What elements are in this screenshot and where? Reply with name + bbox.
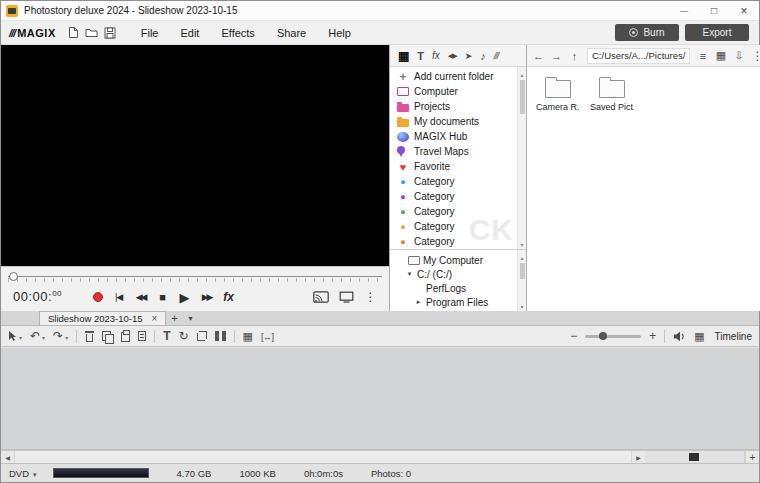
delete-button[interactable] <box>85 331 94 342</box>
preview-fx-button[interactable]: fx <box>222 290 235 304</box>
browser-menu-icon[interactable] <box>751 49 760 63</box>
seek-handle[interactable] <box>9 272 18 281</box>
zoom-slider-handle[interactable] <box>599 332 607 340</box>
seek-bar[interactable] <box>8 270 382 284</box>
path-bar[interactable]: C:/Users/A.../Pictures/ <box>587 48 690 64</box>
expander-icon[interactable] <box>414 298 423 306</box>
tree-item-projects[interactable]: Projects <box>390 99 516 114</box>
scroll-track[interactable] <box>14 451 632 463</box>
import-icon[interactable] <box>733 50 744 61</box>
transitions-icon[interactable] <box>448 52 457 60</box>
scroll-up-icon[interactable] <box>520 250 523 262</box>
scroll-down-icon[interactable] <box>520 299 523 311</box>
redo-button[interactable] <box>53 329 68 343</box>
view-mode-button[interactable] <box>694 330 704 343</box>
tree-item-add-current-folder[interactable]: Add current folder <box>390 69 516 84</box>
music-icon[interactable] <box>480 50 486 62</box>
target-format-select[interactable]: DVD <box>9 468 37 479</box>
tree-scrollbar[interactable] <box>517 67 526 249</box>
rewind-button[interactable] <box>134 292 147 302</box>
zoom-out-button[interactable] <box>570 329 577 343</box>
effects-icon[interactable] <box>432 50 440 61</box>
timeline-zoom-in-button[interactable] <box>745 451 759 463</box>
crop-button[interactable] <box>197 331 207 341</box>
timeline-zoom-handle[interactable] <box>689 453 699 461</box>
timeline-zoom-track[interactable] <box>645 451 745 463</box>
tree-item-category[interactable]: Category <box>390 189 516 204</box>
cast-icon[interactable] <box>313 291 329 303</box>
stop-button[interactable] <box>156 291 169 303</box>
duplicate-button[interactable] <box>138 331 146 341</box>
export-button[interactable]: Export <box>685 24 749 41</box>
paste-button[interactable] <box>121 331 130 342</box>
tree-item-computer[interactable]: Computer <box>390 84 516 99</box>
undo-button[interactable] <box>30 329 45 343</box>
scroll-up-icon[interactable] <box>520 67 523 79</box>
scroll-left-icon[interactable] <box>1 451 14 463</box>
burn-button[interactable]: Burn <box>615 24 679 41</box>
fast-forward-button[interactable] <box>200 292 213 302</box>
scroll-thumb[interactable] <box>520 263 525 279</box>
zoom-in-button[interactable] <box>649 329 656 343</box>
menu-help[interactable]: Help <box>317 27 362 39</box>
open-project-icon[interactable] <box>85 27 98 38</box>
expander-icon[interactable] <box>405 270 414 278</box>
pointer-icon[interactable] <box>465 51 473 61</box>
tree-item-category[interactable]: Category <box>390 234 516 249</box>
copy-button[interactable] <box>102 331 113 342</box>
tree-item-category[interactable]: Category <box>390 174 516 189</box>
grid-button[interactable] <box>243 330 253 343</box>
up-icon[interactable] <box>569 50 580 62</box>
scroll-down-icon[interactable] <box>520 237 523 249</box>
play-button[interactable] <box>178 290 191 305</box>
back-icon[interactable] <box>533 50 544 62</box>
forward-icon[interactable] <box>551 50 562 62</box>
transport-menu-icon[interactable] <box>364 290 377 304</box>
record-button[interactable] <box>93 292 103 302</box>
fullscreen-monitor-icon[interactable] <box>339 291 354 303</box>
menu-effects[interactable]: Effects <box>210 27 265 39</box>
tree-item-category[interactable]: Category <box>390 204 516 219</box>
zoom-slider[interactable] <box>585 335 641 338</box>
scroll-right-icon[interactable] <box>632 451 645 463</box>
video-preview[interactable] <box>1 45 389 266</box>
mouse-mode-button[interactable] <box>8 330 22 342</box>
split-button[interactable] <box>215 331 226 341</box>
mode-label[interactable]: Timeline <box>715 331 752 342</box>
mixer-icon[interactable] <box>494 51 499 61</box>
audio-button[interactable] <box>673 331 686 342</box>
rotate-button[interactable] <box>179 329 189 343</box>
title-editor-button[interactable] <box>163 329 170 343</box>
tree-item-category[interactable]: Category <box>390 219 516 234</box>
media-grid-icon[interactable] <box>398 49 409 63</box>
tree-item-perflogs[interactable]: PerfLogs <box>390 281 516 295</box>
thumbnail-view-icon[interactable] <box>715 49 726 62</box>
minimize-button[interactable] <box>669 1 699 20</box>
new-project-icon[interactable] <box>68 26 79 39</box>
tree-item-c-c[interactable]: C:/ (C:/) <box>390 267 516 281</box>
close-button[interactable] <box>729 1 759 20</box>
tab-slideshow[interactable]: Slideshow 2023-10-15 <box>39 311 166 325</box>
menu-file[interactable]: File <box>130 27 170 39</box>
save-project-icon[interactable] <box>104 27 116 39</box>
list-view-icon[interactable] <box>697 50 708 62</box>
tab-close-icon[interactable] <box>152 313 158 324</box>
tree-item-program-files[interactable]: Program Files <box>390 295 516 309</box>
add-tab-button[interactable] <box>166 311 182 325</box>
range-button[interactable] <box>261 330 274 342</box>
skip-start-button[interactable] <box>112 292 125 302</box>
computer-tree-scrollbar[interactable] <box>517 250 526 311</box>
tree-item-favorite[interactable]: Favorite <box>390 159 516 174</box>
tree-item-my-documents[interactable]: My documents <box>390 114 516 129</box>
tab-list-dropdown[interactable] <box>182 311 198 325</box>
folder-item-camera-r[interactable]: Camera R... <box>537 76 579 112</box>
tree-item-my-computer[interactable]: My Computer <box>390 253 516 267</box>
tree-item-magix-hub[interactable]: MAGIX Hub <box>390 129 516 144</box>
scroll-thumb[interactable] <box>520 80 525 114</box>
menu-share[interactable]: Share <box>266 27 317 39</box>
menu-edit[interactable]: Edit <box>169 27 210 39</box>
maximize-button[interactable] <box>699 1 729 20</box>
tree-item-travel-maps[interactable]: Travel Maps <box>390 144 516 159</box>
folder-item-saved-pict[interactable]: Saved Pict... <box>591 76 633 112</box>
titles-icon[interactable] <box>417 50 424 62</box>
